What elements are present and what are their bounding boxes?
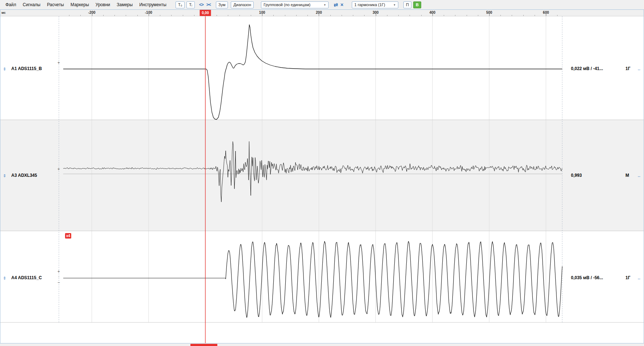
menu-calculations[interactable]: Расчеты [44,2,67,7]
harmonic-value: 1 гармоника (1Г) [354,3,385,7]
ruler[interactable]: мс 0,00 -200-100100200300400500600 [0,10,644,16]
channel-a3-value: 0,993 [571,173,582,178]
harmonic-select[interactable]: 1 гармоника (1Г) ▼ [352,1,398,8]
ruler-tick [240,15,240,16]
drag-vertical-icon[interactable]: ⇕ [3,67,6,72]
ruler-tick [171,15,172,16]
ruler-tick-label: 100 [259,11,265,15]
ruler-tick [194,15,194,16]
ruler-tick [126,15,126,16]
ruler-tick [500,15,501,16]
collapse-horizontal-icon[interactable]: >< [206,2,211,7]
channel-a1-name[interactable]: A1 ADS1115_B [11,66,42,71]
drag-horizontal-icon[interactable]: ↔ [637,67,641,72]
drag-horizontal-icon[interactable]: ↔ [637,276,641,281]
channel-a4-unit: 1Г [625,276,630,280]
ruler-tick [307,15,308,16]
a1-trace [63,25,562,119]
ruler-tick [478,15,478,16]
channel-a3-name[interactable]: A3 ADXL345 [11,173,37,178]
plot-area[interactable]: ⇕ A1 ADS1115_B + 0,022 мВ / -41... 1Г ↔ … [0,16,644,343]
ruler-tick [217,15,217,16]
ruler-tick-label: 400 [429,11,435,15]
drag-vertical-icon[interactable]: ⇕ [3,276,6,281]
ruler-tick [353,15,353,16]
a4-trace [63,241,562,318]
channel-a1-unit: 1Г [625,66,630,71]
refresh-icon[interactable]: ⇄ [334,2,338,8]
ruler-tick [364,15,365,16]
zoom-button[interactable]: Зум [216,1,228,8]
ruler-tick [114,15,115,16]
ruler-tick [160,15,160,16]
ruler-tick [69,15,69,16]
ti-button[interactable]: Tᵢ [186,1,194,8]
group-mode-select[interactable]: Групповой (по единицам) ▼ [261,1,329,8]
menu-tools[interactable]: Инструменты [136,2,170,7]
ruler-tick [398,15,399,16]
ruler-tick [421,15,422,16]
t0-button[interactable]: T₀ [176,1,185,8]
ruler-tick [273,15,274,16]
ruler-tick [296,15,297,16]
drag-vertical-icon[interactable]: ⇕ [3,174,6,178]
channel-a4-value: 0,035 мВ / -56... [571,276,603,280]
plot-svg [0,16,644,343]
menu-file[interactable]: Файл [2,2,20,7]
ruler-tick [103,15,104,16]
ruler-tick [387,15,387,16]
ruler-tick [80,15,81,16]
channel-a4-scale-plus[interactable]: + [57,269,60,274]
timeline-scroll-handle[interactable] [190,344,217,346]
channel-a4-scale-dot: · [58,274,59,279]
expand-horizontal-icon[interactable]: <> [199,2,204,7]
ruler-tick [251,15,251,16]
ruler-tick [342,15,342,16]
ruler-tick-label: -100 [145,11,152,15]
ruler-unit-label: мс [1,11,6,15]
ruler-tick [330,15,331,16]
ruler-tick [557,15,558,16]
ruler-tick [228,15,228,16]
menu-markers[interactable]: Маркеры [67,2,92,7]
menu-levels[interactable]: Уровни [92,2,113,7]
ruler-tick [285,15,285,16]
p-toggle-button[interactable]: П [403,1,411,8]
group-mode-value: Групповой (по единицам) [263,3,310,7]
clear-icon[interactable]: × [341,2,343,8]
channel-a4-name[interactable]: A4 ADS1115_C [11,276,42,280]
chevron-down-icon: ▼ [323,4,326,6]
ruler-tick [512,15,512,16]
menu-measures[interactable]: Замеры [113,2,136,7]
ruler-tick-label: -200 [88,11,96,15]
toolbar: Файл Сигналы Расчеты Маркеры Уровни Заме… [0,0,644,9]
v-toggle-button[interactable]: В [413,1,421,8]
ruler-tick-label: 300 [373,11,379,15]
range-button[interactable]: Диапазон [231,1,254,8]
ruler-tick [183,15,183,16]
channel-a3-unit: М [625,173,629,178]
ruler-tick [137,15,138,16]
channel-a4-scale-minus[interactable]: − [57,280,60,285]
ruler-tick [467,15,467,16]
ruler-tick [535,15,535,16]
menu-signals[interactable]: Сигналы [20,2,44,7]
drag-horizontal-icon[interactable]: ↔ [637,174,641,178]
channel-a1-scale-plus[interactable]: + [57,61,60,65]
channel-a3-scale-plus[interactable]: + [57,167,60,172]
channel-a1-value: 0,022 мВ / -41... [571,66,603,71]
chevron-down-icon: ▼ [393,4,396,6]
ruler-tick [455,15,455,16]
workspace: мс 0,00 -200-100100200300400500600 ⇕ A1 … [0,9,644,343]
ruler-tick-label: 600 [543,11,549,15]
channel-a4-gain-badge[interactable]: x4 [65,233,71,239]
ruler-tick-label: 500 [486,11,492,15]
a3-row-background [0,120,644,231]
ruler-tick [410,15,410,16]
cursor-time-box[interactable]: 0,00 [200,10,211,16]
ruler-tick [523,15,524,16]
ruler-tick-label: 200 [316,11,322,15]
ruler-tick [444,15,444,16]
